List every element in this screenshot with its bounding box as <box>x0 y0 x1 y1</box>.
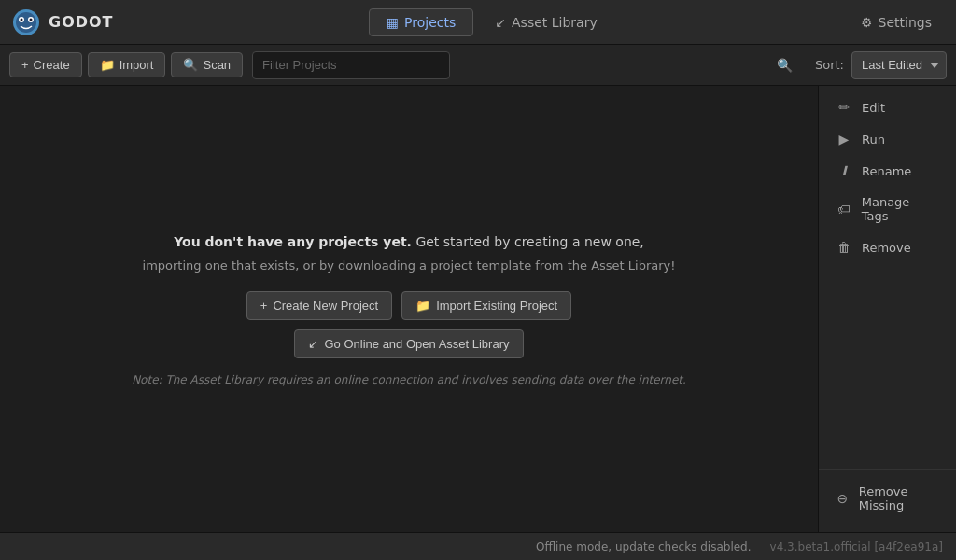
scan-label: Scan <box>203 58 231 72</box>
scan-search-icon: 🔍 <box>183 58 198 72</box>
sidebar-spacer <box>819 263 956 469</box>
toolbar: + Create 📁 Import 🔍 Scan 🔍 Sort: Last Ed… <box>0 45 956 86</box>
import-existing-button[interactable]: 📁 Import Existing Project <box>401 291 571 320</box>
tab-asset-library[interactable]: ↙ Asset Library <box>477 8 614 36</box>
offline-status: Offline mode, update checks disabled. <box>536 540 751 553</box>
sort-select[interactable]: Last Edited Name Path <box>851 51 947 79</box>
settings-button[interactable]: ⚙ Settings <box>848 9 945 35</box>
nav-tabs: ▦ Projects ↙ Asset Library <box>136 8 848 36</box>
projects-tab-label: Projects <box>404 15 456 30</box>
import-existing-label: Import Existing Project <box>436 299 557 313</box>
filter-search-icon: 🔍 <box>777 58 793 73</box>
version-text: v4.3.beta1.official [a4f2ea91a] <box>770 540 943 553</box>
edit-icon: ✏ <box>836 100 852 115</box>
svg-point-1 <box>16 12 36 33</box>
import-existing-icon: 📁 <box>415 299 430 313</box>
empty-title-rest: Get started by creating a new one, <box>415 234 643 249</box>
logo-text: GODOT <box>49 13 114 31</box>
settings-label: Settings <box>879 15 932 30</box>
scan-button[interactable]: 🔍 Scan <box>171 52 243 77</box>
sort-label: Sort: <box>815 58 844 72</box>
trash-icon: 🗑 <box>836 240 852 255</box>
sidebar-action-manage-tags[interactable]: 🏷 Manage Tags <box>822 188 952 231</box>
top-nav: GODOT ▦ Projects ↙ Asset Library ⚙ Setti… <box>0 0 956 45</box>
empty-note: Note: The Asset Library requires an onli… <box>129 373 689 386</box>
filter-area: 🔍 <box>252 51 800 79</box>
import-button[interactable]: 📁 Import <box>88 52 166 77</box>
remove-missing-button[interactable]: ⊖ Remove Missing <box>822 477 952 520</box>
create-new-plus-icon: + <box>260 299 268 313</box>
filter-wrap: 🔍 <box>252 51 800 79</box>
manage-tags-label: Manage Tags <box>862 195 939 223</box>
run-icon: ▶ <box>836 132 852 147</box>
right-sidebar: ✏ Edit ▶ Run I Rename 🏷 Manage Tags 🗑 Re… <box>818 86 956 532</box>
create-label: Create <box>34 58 70 72</box>
rename-icon: I <box>836 163 852 178</box>
godot-logo-icon <box>11 7 41 37</box>
edit-label: Edit <box>862 101 885 115</box>
settings-icon: ⚙ <box>861 15 873 30</box>
asset-library-button[interactable]: ↙ Go Online and Open Asset Library <box>294 329 523 358</box>
sidebar-action-edit[interactable]: ✏ Edit <box>822 92 952 122</box>
svg-point-4 <box>21 18 23 21</box>
run-label: Run <box>862 133 885 147</box>
sidebar-action-remove[interactable]: 🗑 Remove <box>822 232 952 262</box>
asset-library-tab-label: Asset Library <box>512 15 598 30</box>
svg-point-5 <box>30 18 33 21</box>
tab-projects[interactable]: ▦ Projects <box>369 8 473 36</box>
create-plus-icon: + <box>21 58 29 72</box>
empty-title-bold: You don't have any projects yet. <box>174 234 412 249</box>
remove-missing-label: Remove Missing <box>859 484 939 512</box>
empty-buttons: + Create New Project 📁 Import Existing P… <box>129 291 689 358</box>
sidebar-bottom: ⊖ Remove Missing <box>819 469 956 526</box>
sort-area: Sort: Last Edited Name Path <box>815 51 947 79</box>
asset-library-label: Go Online and Open Asset Library <box>324 337 509 351</box>
status-bar: Offline mode, update checks disabled. v4… <box>0 532 956 560</box>
asset-library-download-icon: ↙ <box>308 337 318 351</box>
empty-state: You don't have any projects yet. Get sta… <box>129 231 689 385</box>
import-folder-icon: 📁 <box>100 58 115 72</box>
remove-missing-icon: ⊖ <box>836 491 850 506</box>
filter-input[interactable] <box>252 51 450 79</box>
empty-subtitle: importing one that exists, or by downloa… <box>129 259 689 273</box>
remove-label: Remove <box>862 241 911 255</box>
sidebar-action-run[interactable]: ▶ Run <box>822 124 952 154</box>
create-button[interactable]: + Create <box>9 52 82 77</box>
create-new-project-button[interactable]: + Create New Project <box>246 291 392 320</box>
create-new-label: Create New Project <box>273 299 378 313</box>
import-label: Import <box>120 58 154 72</box>
projects-tab-icon: ▦ <box>387 15 399 30</box>
asset-library-tab-icon: ↙ <box>495 15 506 30</box>
rename-label: Rename <box>862 164 911 178</box>
projects-area: You don't have any projects yet. Get sta… <box>0 86 818 532</box>
main-layout: You don't have any projects yet. Get sta… <box>0 86 956 532</box>
logo-area: GODOT <box>11 7 114 37</box>
empty-title: You don't have any projects yet. Get sta… <box>129 231 689 252</box>
tag-icon: 🏷 <box>836 202 852 217</box>
sidebar-action-rename[interactable]: I Rename <box>822 156 952 186</box>
